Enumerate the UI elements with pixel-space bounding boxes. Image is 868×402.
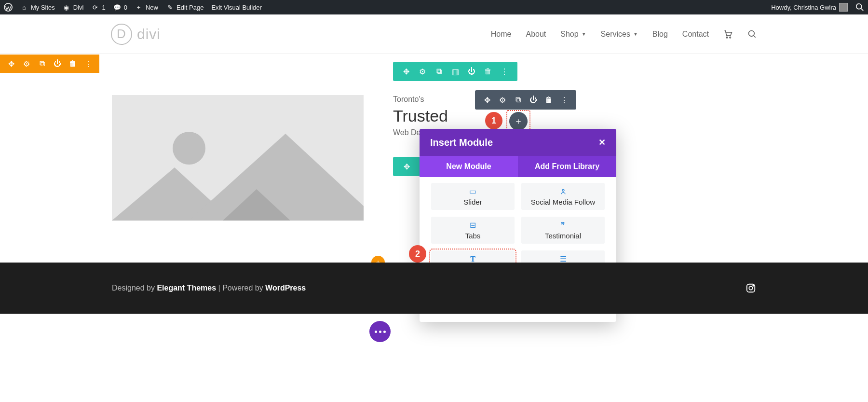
gear-icon[interactable]: ⚙ [498, 96, 507, 104]
callout-1: 1 [485, 112, 502, 129]
hero-line2: Trusted [393, 107, 448, 125]
site-logo[interactable]: D divi [111, 24, 161, 45]
my-sites-label: My Sites [31, 4, 55, 11]
builder-more-button[interactable] [369, 321, 391, 342]
duplicate-icon[interactable]: ⧉ [514, 96, 522, 104]
trash-icon[interactable]: 🗑 [68, 59, 77, 68]
footer-elegant-themes-link[interactable]: Elegant Themes [157, 284, 216, 292]
dot-icon [375, 331, 377, 333]
comments-count: 0 [124, 4, 127, 11]
tab-add-from-library[interactable]: Add From Library [518, 156, 616, 177]
updates-count: 1 [102, 4, 106, 11]
wp-admin-bar: ⌂My Sites ◉Divi ⟳1 💬0 ＋New ✎Edit Page Ex… [0, 0, 868, 14]
slider-icon: ▭ [469, 187, 476, 196]
site-footer: Designed by Elegant Themes | Powered by … [0, 263, 868, 314]
pencil-icon: ✎ [166, 3, 174, 11]
row-toolbar: ✥ ⚙ ⧉ ▥ ⏻ 🗑 ⋮ [393, 62, 517, 81]
logo-mark-icon: D [111, 24, 132, 45]
nav-contact[interactable]: Contact [682, 30, 709, 39]
module-label: Testimonial [545, 232, 581, 240]
add-module-button[interactable]: ＋ [509, 112, 528, 130]
text-icon: T [470, 255, 475, 263]
nav-services[interactable]: Services▼ [601, 30, 638, 39]
updates-icon: ⟳ [92, 3, 99, 11]
footer-text: Designed by [112, 284, 157, 292]
footer-text: | Powered by [216, 284, 265, 292]
tabs-icon: ⊟ [470, 221, 476, 230]
move-icon[interactable]: ✥ [7, 59, 15, 68]
nav-about[interactable]: About [526, 30, 546, 39]
duplicate-icon[interactable]: ⧉ [38, 59, 46, 68]
module-slider[interactable]: ▭Slider [431, 183, 515, 210]
modal-header: Insert Module ✕ [420, 129, 616, 156]
svg-point-7 [562, 189, 564, 191]
close-icon[interactable]: ✕ [598, 137, 606, 148]
columns-icon[interactable]: ▥ [451, 67, 460, 76]
module-label: Social Media Follow [531, 198, 595, 206]
move-icon[interactable]: ✥ [402, 162, 411, 171]
section-toolbar: ✥ ⚙ ⧉ ⏻ 🗑 ⋮ [0, 55, 99, 73]
svg-point-10 [753, 285, 754, 286]
site-header: D divi Home About Shop▼ Services▼ Blog C… [0, 14, 868, 54]
new-link[interactable]: ＋New [135, 3, 158, 11]
dashboard-icon: ◉ [63, 3, 70, 11]
nav-home[interactable]: Home [491, 30, 512, 39]
exit-vb-label: Exit Visual Builder [211, 4, 262, 11]
more-icon[interactable]: ⋮ [84, 59, 93, 68]
trash-icon[interactable]: 🗑 [484, 67, 492, 76]
chevron-down-icon: ▼ [633, 31, 638, 37]
row-toolbar-2: ✥ [393, 157, 420, 176]
search-icon[interactable] [855, 3, 864, 12]
exit-visual-builder-link[interactable]: Exit Visual Builder [211, 4, 262, 11]
footer-wordpress-link[interactable]: WordPress [265, 284, 306, 292]
duplicate-icon[interactable]: ⧉ [434, 67, 443, 76]
gear-icon[interactable]: ⚙ [418, 67, 427, 76]
site-name-link[interactable]: ◉Divi [63, 3, 84, 11]
power-icon[interactable]: ⏻ [53, 59, 62, 68]
power-icon[interactable]: ⏻ [529, 96, 538, 104]
modal-tabs: New Module Add From Library [420, 156, 616, 177]
comments-icon: 💬 [113, 3, 121, 11]
module-testimonial[interactable]: ❞Testimonial [521, 217, 605, 244]
nav-blog[interactable]: Blog [652, 30, 668, 39]
main-nav: Home About Shop▼ Services▼ Blog Contact [491, 29, 757, 39]
instagram-icon[interactable] [746, 283, 756, 293]
module-social-media-follow[interactable]: Social Media Follow [521, 183, 605, 210]
module-toolbar: ✥ ⚙ ⧉ ⏻ 🗑 ⋮ [475, 90, 576, 110]
svg-point-2 [726, 37, 728, 38]
site-name-label: Divi [73, 4, 84, 11]
more-icon[interactable]: ⋮ [560, 96, 569, 104]
footer-social [746, 283, 756, 293]
tab-new-module[interactable]: New Module [420, 156, 518, 177]
nav-services-label: Services [601, 30, 630, 39]
nav-shop-label: Shop [560, 30, 578, 39]
share-icon [559, 187, 567, 196]
toggle-icon: ☰ [560, 255, 567, 263]
footer-credits: Designed by Elegant Themes | Powered by … [112, 284, 306, 292]
trash-icon[interactable]: 🗑 [544, 96, 553, 104]
callout-2: 2 [409, 245, 426, 263]
move-icon[interactable]: ✥ [402, 67, 410, 76]
dot-icon [379, 331, 381, 333]
howdy-label: Howdy, Christina Gwira [771, 4, 836, 11]
power-icon[interactable]: ⏻ [467, 67, 476, 76]
move-icon[interactable]: ✥ [483, 96, 491, 104]
hero-line1: Toronto's [393, 95, 448, 104]
nav-shop[interactable]: Shop▼ [560, 30, 586, 39]
howdy-user[interactable]: Howdy, Christina Gwira [771, 3, 848, 12]
comments-link[interactable]: 💬0 [113, 3, 127, 11]
cart-icon[interactable] [723, 29, 733, 39]
gear-icon[interactable]: ⚙ [22, 59, 31, 68]
my-sites-link[interactable]: ⌂My Sites [20, 3, 55, 11]
updates-link[interactable]: ⟳1 [92, 3, 106, 11]
edit-page-link[interactable]: ✎Edit Page [166, 3, 203, 11]
more-icon[interactable]: ⋮ [500, 67, 509, 76]
svg-point-9 [749, 286, 752, 290]
sites-icon: ⌂ [20, 3, 28, 11]
svg-point-6 [173, 132, 205, 165]
svg-point-4 [749, 30, 755, 36]
header-search-icon[interactable] [747, 29, 757, 39]
wp-logo-icon[interactable] [4, 3, 13, 12]
svg-point-3 [730, 37, 731, 38]
module-tabs[interactable]: ⊟Tabs [431, 217, 515, 244]
